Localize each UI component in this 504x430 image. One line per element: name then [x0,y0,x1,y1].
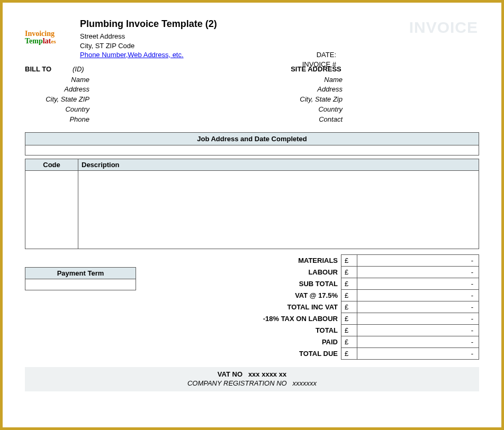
parties: BILL TO (ID) Name Address City, State ZI… [25,65,479,125]
site-fields: Name Address City, State Zip Country Con… [237,75,395,125]
bill-to-csz: City, State ZIP [25,95,89,105]
row-paid: PAID £ - [225,336,479,347]
bill-to-phone: Phone [25,115,89,125]
col-code: Code [25,159,78,170]
site-name: Name [237,75,343,85]
job-band-header: Job Address and Date Completed [25,133,479,145]
row-labour: LABOUR £ - [225,266,479,278]
row-total-due: TOTAL DUE £ - [225,347,479,359]
row-total: TOTAL £ - [225,324,479,336]
items-body-row [25,170,479,249]
invoice-meta: DATE: INVOICE # [225,50,336,69]
vat-no-label: VAT NO [218,370,242,378]
invoice-page: INVOICE Invoicing Templates Plumbing Inv… [0,0,504,430]
bill-to-fields: Name Address City, State ZIP Country Pho… [25,75,184,125]
vat-no-value: xxx xxxx xx [248,370,286,378]
site-address-block: SITE ADDRESS Name Address City, State Zi… [237,65,395,125]
reg-value: xxxxxxx [293,379,317,387]
totals-table: MATERIALS £ - LABOUR £ - SUB TOTAL £ - V… [225,254,480,360]
row-vat: VAT @ 17.5% £ - [225,289,479,301]
bill-to-country: Country [25,105,89,115]
reg-label: COMPANY REGISTRATION NO [187,379,287,387]
company-city: City, ST ZIP Code [80,41,479,51]
job-band: Job Address and Date Completed [25,132,479,155]
logo: Invoicing Templates [25,30,76,58]
site-contact: Contact [237,115,343,125]
invoice-number-label: INVOICE # [225,60,336,69]
row-subtotal: SUB TOTAL £ - [225,278,479,289]
row-tax-on-labour: -18% TAX ON LABOUR £ - [225,313,479,324]
row-total-inc-vat: TOTAL INC VAT £ - [225,301,479,313]
job-band-body [25,145,479,155]
site-country: Country [237,105,343,115]
items-table: Code Description [25,159,479,249]
site-csz: City, State Zip [237,95,343,105]
date-label: DATE: [225,50,336,60]
payment-term-box: Payment Term [25,267,136,290]
company-contact-link[interactable]: Phone Number,Web Address, etc. [80,51,184,59]
footer: VAT NO xxx xxxx xx COMPANY REGISTRATION … [25,367,479,391]
site-address: Address [237,85,343,95]
invoice-watermark: INVOICE [409,19,478,36]
bill-to-address: Address [25,85,89,95]
row-materials: MATERIALS £ - [225,254,479,266]
lower-section: Payment Term MATERIALS £ - LABOUR £ - SU… [25,254,479,360]
items-desc-cell [78,170,479,249]
bill-to-heading: BILL TO [25,65,63,73]
bill-to-name: Name [25,75,89,85]
bill-to-block: BILL TO (ID) Name Address City, State ZI… [25,65,184,125]
payment-term-header: Payment Term [25,268,136,279]
bill-to-id: (ID) [73,65,84,73]
col-description: Description [78,159,479,170]
payment-term-body [25,279,136,290]
items-code-cell [25,170,78,249]
